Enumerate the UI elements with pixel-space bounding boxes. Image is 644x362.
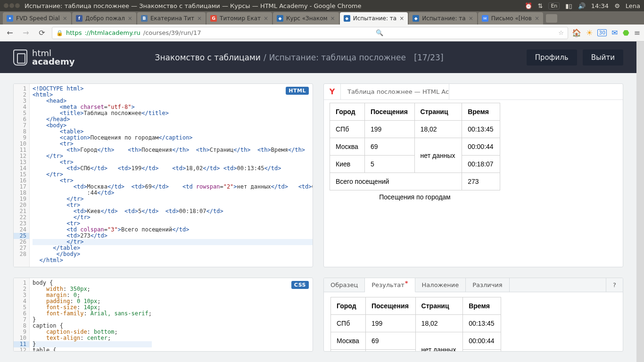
extensions-area: 🏠 ☀ 30 ✉ ⬣ ≡ [572, 28, 640, 37]
profile-button[interactable]: Профиль [527, 49, 577, 66]
tab-label: Письмо «[Нов [491, 15, 532, 22]
html-badge: HTML [286, 87, 309, 95]
breadcrumb-task: Испытание: таблица посложнее [269, 53, 406, 62]
window-title: Испытание: таблица посложнее — Знакомств… [25, 2, 362, 9]
forward-button[interactable]: → [20, 27, 32, 39]
tab-close-icon[interactable]: × [128, 15, 132, 22]
breadcrumb: Знакомство с таблицами / Испытание: табл… [155, 53, 444, 62]
volume-icon[interactable]: 🔊 [578, 2, 586, 9]
ext-icon-android[interactable]: ⬣ [623, 28, 629, 37]
css-editor[interactable]: 1234567891011121314 body { width: 350px;… [14, 278, 313, 351]
session-user[interactable]: Lena [626, 2, 640, 9]
tab-close-icon[interactable]: × [264, 15, 268, 22]
html-editor[interactable]: 1234567891011121314151617181920212223242… [14, 84, 313, 267]
browser-tab[interactable]: ◆Испытание: та× [409, 12, 477, 25]
chrome-menu-icon[interactable]: ≡ [634, 28, 640, 37]
clock[interactable]: 14:34 [591, 2, 609, 9]
logo[interactable]: htmlacademy [13, 49, 75, 66]
preview-table: Посещения по городам Город Посещения Стр… [330, 103, 500, 201]
back-button[interactable]: ← [4, 27, 16, 39]
th-time: Время [462, 103, 500, 121]
unsaved-indicator: * [405, 280, 408, 287]
favicon: B [141, 15, 148, 22]
favicon: ◆ [413, 15, 419, 22]
tab-label: FVD Speed Dial [16, 15, 60, 22]
url-path: /courses/39/run/17 [143, 29, 201, 36]
tab-close-icon[interactable]: × [63, 15, 67, 22]
browser-tab[interactable]: BЕкатерина Тит× [137, 12, 206, 25]
preview-panel: Y Таблица посложнее — HTML Acad Посещени… [323, 83, 623, 267]
tab-close-icon[interactable]: × [197, 15, 202, 22]
result-table: Город Посещения Страниц Время СПб 199 18… [330, 297, 501, 352]
favicon: G [210, 15, 217, 22]
favicon: f [76, 15, 83, 22]
favicon: ✦ [7, 15, 13, 22]
tab-label: Добро пожал [85, 15, 125, 22]
tab-label: Испытание: та [422, 15, 465, 22]
tab-label: Титомир Екат [220, 15, 261, 22]
site-header: htmlacademy Знакомство с таблицами / Исп… [0, 41, 636, 73]
sample-panel: Образец Результат* Наложение Различия ? … [323, 278, 623, 352]
ext-icon-1[interactable]: 🏠 [572, 28, 581, 37]
reload-button[interactable]: ⟳ [36, 27, 48, 39]
breadcrumb-sep: / [264, 53, 266, 62]
address-bar[interactable]: 🔒 https://htmlacademy.ru/courses/39/run/… [52, 27, 568, 39]
task-counter-val: [17/23] [414, 53, 443, 62]
tab-overlay[interactable]: Наложение [415, 278, 466, 292]
favicon: ◆ [277, 15, 283, 22]
tab-diff[interactable]: Различия [466, 278, 509, 292]
chrome-tabstrip: ✦FVD Speed Dial×fДобро пожал×BЕкатерина … [0, 11, 644, 25]
network-icon[interactable]: ⇅ [538, 2, 543, 9]
ext-icon-weather[interactable]: ☀ [586, 28, 593, 37]
lock-icon: 🔒 [56, 30, 63, 36]
browser-tab[interactable]: ◆Курс «Знаком× [273, 12, 339, 25]
tab-close-icon[interactable]: × [399, 15, 404, 22]
bookmark-star-icon[interactable]: ☆ [558, 29, 564, 36]
tab-label: Екатерина Тит [150, 15, 194, 22]
favicon: ✉ [482, 15, 488, 22]
browser-tab[interactable]: ◆Испытание: та× [340, 12, 408, 25]
css-editor-panel: CSS 1234567891011121314 body { width: 35… [13, 278, 313, 352]
new-tab-button[interactable] [546, 14, 557, 23]
preview-tab[interactable]: Таблица посложнее — HTML Acad [341, 84, 449, 99]
browser-tab[interactable]: fДобро пожал× [72, 12, 136, 25]
breadcrumb-course[interactable]: Знакомство с таблицами [155, 53, 261, 62]
th-pages: Страниц [414, 103, 462, 121]
system-tray[interactable]: ⏰ ⇅ En ▮▯ 🔊 14:34 ⚙ Lena [525, 2, 640, 9]
task-counter [409, 53, 411, 62]
css-badge: CSS [291, 281, 309, 289]
browser-tab[interactable]: ✦FVD Speed Dial× [3, 12, 71, 25]
logo-line2: academy [32, 58, 75, 66]
browser-tab[interactable]: ✉Письмо «[Нов× [478, 12, 543, 25]
tab-sample[interactable]: Образец [324, 278, 365, 292]
tab-result[interactable]: Результат* [365, 278, 415, 292]
logout-button[interactable]: Выйти [583, 49, 623, 66]
th-visits: Посещения [365, 103, 415, 121]
table-row: СПб 199 18,02 00:13:45 [330, 121, 500, 138]
table-caption: Посещения по городам [330, 190, 500, 201]
alarm-icon[interactable]: ⏰ [525, 2, 532, 9]
chrome-toolbar: ← → ⟳ 🔒 https://htmlacademy.ru/courses/3… [0, 25, 644, 41]
tab-close-icon[interactable]: × [469, 15, 473, 22]
html-editor-panel: HTML 12345678910111213141516171819202122… [13, 83, 313, 267]
logo-shield-icon [13, 49, 27, 66]
ext-icon-gmail[interactable]: ✉ [611, 28, 618, 37]
table-header-row: Город Посещения Страниц Время [330, 103, 500, 121]
gear-icon[interactable]: ⚙ [614, 2, 620, 9]
ubuntu-menubar: Испытание: таблица посложнее — Знакомств… [0, 0, 644, 11]
ext-icon-calendar[interactable]: 30 [597, 29, 607, 36]
zoom-icon[interactable]: 🔍 [376, 29, 383, 36]
browser-tab[interactable]: GТитомир Екат× [206, 12, 272, 25]
sample-body: Город Посещения Страниц Время СПб 199 18… [324, 292, 623, 352]
table-footer-row: Всего посещений 273 [330, 173, 500, 190]
url-scheme: https [66, 29, 82, 36]
tab-close-icon[interactable]: × [330, 15, 335, 22]
yandex-icon: Y [324, 84, 341, 99]
tab-help[interactable]: ? [606, 278, 623, 292]
window-buttons[interactable] [4, 3, 20, 8]
table-row: Москва 69 нет данных 00:00:44 [330, 138, 500, 156]
th-city: Город [330, 103, 365, 121]
keyboard-layout[interactable]: En [548, 2, 560, 9]
battery-icon[interactable]: ▮▯ [565, 2, 572, 9]
tab-close-icon[interactable]: × [535, 15, 539, 22]
